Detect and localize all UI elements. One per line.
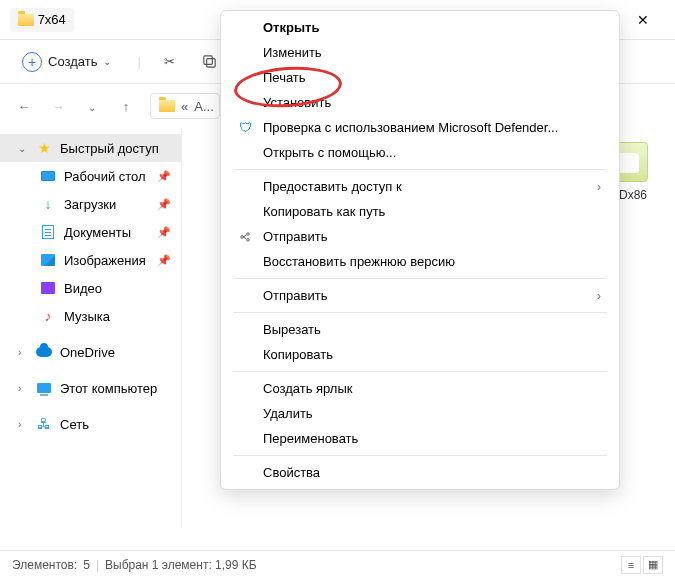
ctx-create-shortcut[interactable]: Создать ярлык [221, 376, 619, 401]
sidebar-item-quick-access[interactable]: ⌄ ★ Быстрый доступ [0, 134, 181, 162]
separator [233, 278, 607, 279]
sidebar-item-label: Рабочий стол [64, 169, 146, 184]
address-bar[interactable]: « A... [150, 93, 220, 119]
ctx-copy[interactable]: Копировать [221, 342, 619, 367]
cut-icon[interactable]: ✂ [159, 51, 181, 73]
svg-point-2 [247, 232, 250, 235]
separator [233, 169, 607, 170]
pin-icon: 📌 [157, 226, 171, 239]
folder-icon [18, 12, 34, 28]
create-button[interactable]: + Создать ⌄ [14, 48, 119, 76]
separator [233, 455, 607, 456]
separator [233, 371, 607, 372]
ctx-defender-scan[interactable]: 🛡 Проверка с использованием Microsoft De… [221, 115, 619, 140]
ctx-open-with[interactable]: Открыть с помощью... [221, 140, 619, 165]
ctx-copy-as-path[interactable]: Копировать как путь [221, 199, 619, 224]
svg-rect-0 [207, 59, 216, 67]
pin-icon: 📌 [157, 254, 171, 267]
ctx-delete[interactable]: Удалить [221, 401, 619, 426]
sidebar-item-network[interactable]: › 🖧 Сеть [0, 410, 181, 438]
cloud-icon [36, 344, 52, 360]
status-bar: Элементов: 5 | Выбран 1 элемент: 1,99 КБ… [0, 550, 675, 578]
desktop-icon [40, 168, 56, 184]
sidebar-item-desktop[interactable]: Рабочий стол 📌 [0, 162, 181, 190]
ctx-install[interactable]: Установить [221, 90, 619, 115]
sidebar-item-label: Этот компьютер [60, 381, 157, 396]
view-toggle: ≡ ▦ [621, 556, 663, 574]
sidebar: ⌄ ★ Быстрый доступ Рабочий стол 📌 ↓ Загр… [0, 128, 182, 528]
sidebar-item-pictures[interactable]: Изображения 📌 [0, 246, 181, 274]
sidebar-item-videos[interactable]: Видео [0, 274, 181, 302]
sidebar-item-music[interactable]: ♪ Музыка [0, 302, 181, 330]
video-icon [40, 280, 56, 296]
chevron-right-icon[interactable]: › [18, 383, 28, 394]
back-button[interactable]: ← [14, 99, 34, 114]
sidebar-item-label: OneDrive [60, 345, 115, 360]
ctx-properties[interactable]: Свойства [221, 460, 619, 485]
create-label: Создать [48, 54, 97, 69]
shield-icon: 🛡 [237, 120, 253, 135]
chevron-right-icon: › [597, 180, 601, 194]
plus-icon: + [22, 52, 42, 72]
ctx-send-to[interactable]: Отправить› [221, 283, 619, 308]
breadcrumb: A... [194, 99, 214, 114]
star-icon: ★ [36, 140, 52, 156]
up-button[interactable]: ↑ [116, 99, 136, 114]
ctx-rename[interactable]: Переименовать [221, 426, 619, 451]
pc-icon [36, 380, 52, 396]
ctx-give-access[interactable]: Предоставить доступ к› [221, 174, 619, 199]
breadcrumb-prefix: « [181, 99, 188, 114]
history-dropdown[interactable]: ⌄ [82, 99, 102, 114]
sidebar-item-label: Видео [64, 281, 102, 296]
svg-rect-1 [204, 56, 213, 65]
view-details-button[interactable]: ≡ [621, 556, 641, 574]
chevron-right-icon[interactable]: › [18, 347, 28, 358]
chevron-right-icon: › [597, 289, 601, 303]
document-icon [40, 224, 56, 240]
network-icon: 🖧 [36, 416, 52, 432]
view-icons-button[interactable]: ▦ [643, 556, 663, 574]
status-elements-label: Элементов: [12, 558, 77, 572]
ctx-cut[interactable]: Вырезать [221, 317, 619, 342]
sidebar-item-onedrive[interactable]: › OneDrive [0, 338, 181, 366]
svg-point-4 [247, 238, 250, 241]
sidebar-item-downloads[interactable]: ↓ Загрузки 📌 [0, 190, 181, 218]
status-elements-count: 5 [83, 558, 90, 572]
copy-icon[interactable] [199, 51, 221, 73]
sidebar-item-this-pc[interactable]: › Этот компьютер [0, 374, 181, 402]
share-icon [237, 230, 253, 244]
pin-icon: 📌 [157, 170, 171, 183]
sidebar-item-documents[interactable]: Документы 📌 [0, 218, 181, 246]
ctx-print[interactable]: Печать [221, 65, 619, 90]
forward-button[interactable]: → [48, 99, 68, 114]
sidebar-item-label: Быстрый доступ [60, 141, 159, 156]
chevron-down-icon: ⌄ [103, 56, 111, 67]
context-menu: Открыть Изменить Печать Установить 🛡 Про… [220, 10, 620, 490]
sidebar-item-label: Сеть [60, 417, 89, 432]
window-title: 7x64 [38, 12, 66, 27]
ctx-edit[interactable]: Изменить [221, 40, 619, 65]
music-icon: ♪ [40, 308, 56, 324]
close-button[interactable]: ✕ [621, 4, 665, 36]
folder-icon [159, 98, 175, 114]
sidebar-item-label: Документы [64, 225, 131, 240]
sidebar-item-label: Изображения [64, 253, 146, 268]
chevron-down-icon[interactable]: ⌄ [18, 143, 28, 154]
sidebar-item-label: Загрузки [64, 197, 116, 212]
separator [233, 312, 607, 313]
pin-icon: 📌 [157, 198, 171, 211]
ctx-restore-version[interactable]: Восстановить прежнюю версию [221, 249, 619, 274]
ctx-open[interactable]: Открыть [221, 15, 619, 40]
chevron-right-icon[interactable]: › [18, 419, 28, 430]
window-title-chip: 7x64 [10, 8, 74, 32]
svg-point-3 [241, 235, 244, 238]
download-icon: ↓ [40, 196, 56, 212]
status-selection: Выбран 1 элемент: 1,99 КБ [105, 558, 257, 572]
sidebar-item-label: Музыка [64, 309, 110, 324]
ctx-share[interactable]: Отправить [221, 224, 619, 249]
picture-icon [40, 252, 56, 268]
